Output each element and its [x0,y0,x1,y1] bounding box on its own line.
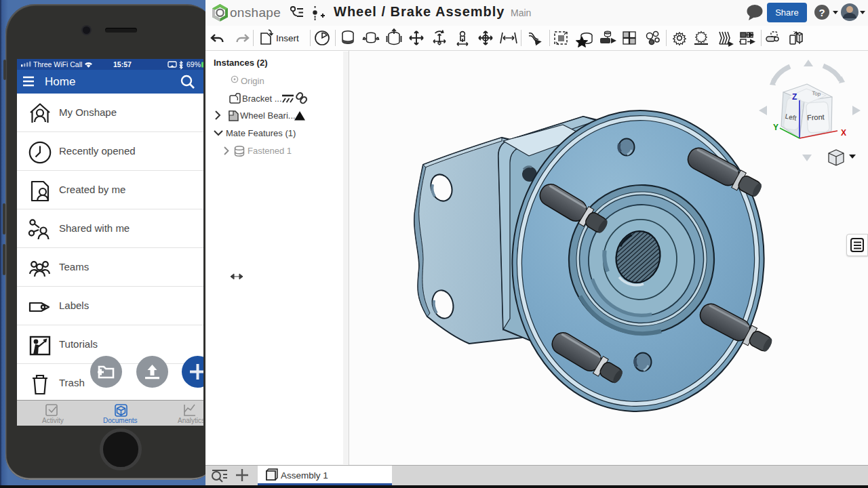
svg-text:69%: 69% [186,60,201,68]
svg-text:?: ? [818,7,825,18]
svg-text:15:57: 15:57 [113,60,132,68]
svg-text:Three WiFi Call: Three WiFi Call [33,60,82,68]
svg-text:Z: Z [792,92,797,102]
svg-text:Insert: Insert [276,33,299,43]
svg-text:Front: Front [807,113,825,121]
svg-text:Y: Y [773,123,778,132]
svg-text:Top: Top [812,90,821,97]
svg-text:X: X [841,128,846,138]
